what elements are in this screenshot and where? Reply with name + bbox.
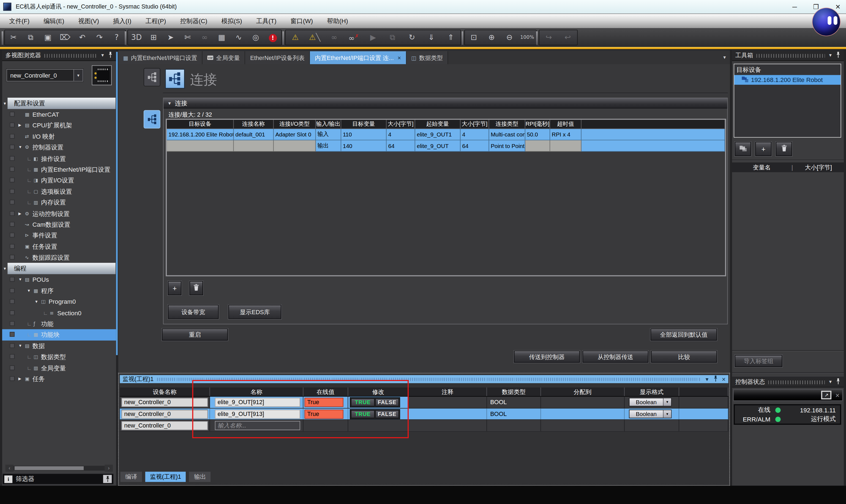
collapse-icon[interactable]: ▼ bbox=[167, 101, 172, 106]
bottom-tab-输出[interactable]: 输出 bbox=[189, 472, 211, 482]
explorer-horizontal-scrollbar[interactable]: ‹ › bbox=[5, 465, 113, 472]
compare-button[interactable]: 比较 bbox=[651, 351, 717, 363]
menu-插入(I)[interactable]: 插入(I) bbox=[106, 14, 138, 28]
sidebar-item-全局变量[interactable]: ∟▥全局变量 bbox=[2, 362, 116, 373]
minimize-icon[interactable]: ─ bbox=[792, 3, 797, 11]
collapse-icon[interactable]: ▼ bbox=[2, 102, 8, 105]
bottom-tab-编译[interactable]: 编译 bbox=[120, 472, 142, 482]
device-page-icon[interactable] bbox=[144, 68, 160, 86]
expanded-icon[interactable]: ▼ bbox=[18, 274, 22, 285]
menu-视图(V)[interactable]: 视图(V) bbox=[71, 14, 106, 28]
jump-back-icon[interactable]: ↩ bbox=[558, 30, 577, 46]
cell-comment[interactable] bbox=[409, 397, 487, 408]
connection-section-header[interactable]: ▼ 连接 bbox=[163, 98, 727, 108]
cell-大小[字节][interactable]: 4 bbox=[460, 129, 489, 140]
collapsed-icon[interactable]: ▶ bbox=[18, 120, 21, 131]
drag-grip[interactable] bbox=[756, 54, 825, 58]
sidebar-item-数据[interactable]: ▼▤数据 bbox=[2, 340, 116, 351]
drag-grip[interactable] bbox=[44, 54, 97, 58]
fit-zoom-icon[interactable]: ⊡ bbox=[465, 30, 483, 46]
edit-pointer-icon[interactable]: ➤ bbox=[162, 30, 179, 46]
restart-button[interactable]: 重启 bbox=[162, 329, 228, 341]
connection-row[interactable]: 输出14064elite_9_OUT64Point to Point c bbox=[167, 140, 725, 151]
sidebar-item-操作设置[interactable]: ∟◧操作设置 bbox=[2, 153, 116, 164]
collapse-icon[interactable]: ▼ bbox=[2, 267, 8, 271]
column-注释[interactable]: 注释 bbox=[409, 388, 487, 396]
cell-assigned[interactable] bbox=[541, 408, 625, 419]
warning-online-icon[interactable]: ⚠ bbox=[286, 30, 305, 46]
chevron-down-icon[interactable]: ▼ bbox=[705, 376, 709, 382]
cell-连接名称[interactable] bbox=[234, 140, 274, 151]
cell-连接类型[interactable]: Multi-cast conn bbox=[489, 129, 525, 140]
import-tag-set-button[interactable]: 导入标签组 bbox=[735, 355, 782, 367]
menu-控制器(C)[interactable]: 控制器(C) bbox=[173, 14, 214, 28]
transfer-from-controller-button[interactable]: 从控制器传送 bbox=[583, 351, 648, 363]
controller-select[interactable]: new_Controller_0 ▼ bbox=[6, 69, 83, 82]
menu-模拟(S)[interactable]: 模拟(S) bbox=[214, 14, 249, 28]
connection-page-icon[interactable] bbox=[144, 110, 160, 128]
column-输入/输出[interactable]: 输入/输出 bbox=[316, 120, 341, 128]
collapsed-icon[interactable]: ▶ bbox=[18, 373, 21, 384]
chevron-down-icon[interactable]: ▼ bbox=[828, 53, 832, 58]
column-数据类型[interactable]: 数据类型 bbox=[487, 388, 541, 396]
column-RPI[毫秒][interactable]: RPI[毫秒] bbox=[525, 120, 550, 128]
column-连接I/O类型[interactable]: 连接I/O类型 bbox=[274, 120, 316, 128]
scrollbar-thumb[interactable] bbox=[15, 466, 84, 470]
sidebar-item-事件设置[interactable]: ⊳事件设置 bbox=[2, 230, 116, 241]
redo-icon[interactable]: ↷ bbox=[91, 30, 108, 46]
chevron-down-icon[interactable]: ▼ bbox=[828, 379, 832, 384]
sidebar-item-选项板设置[interactable]: ∟▢选项板设置 bbox=[2, 186, 116, 197]
restore-defaults-button[interactable]: 全部返回到默认值 bbox=[651, 329, 717, 341]
pin-icon[interactable] bbox=[108, 51, 113, 59]
upload-from-controller-icon[interactable]: ⇑ bbox=[441, 30, 461, 46]
view-3d-icon[interactable]: 3D bbox=[128, 30, 145, 46]
add-connection-button[interactable]: + bbox=[168, 281, 181, 295]
watch-glasses-icon[interactable]: ∞ bbox=[196, 30, 213, 46]
cell-RPI[毫秒][interactable] bbox=[525, 140, 550, 151]
delete-connection-button[interactable] bbox=[190, 281, 203, 295]
close-icon[interactable]: × bbox=[835, 391, 840, 399]
menu-窗口(W)[interactable]: 窗口(W) bbox=[283, 14, 320, 28]
sidebar-item-内置EtherNet/IP端口设置[interactable]: ∟▦内置EtherNet/IP端口设置 bbox=[2, 164, 116, 175]
scroll-right-icon[interactable]: › bbox=[105, 465, 113, 472]
close-icon[interactable]: ✕ bbox=[835, 3, 841, 11]
restore-icon[interactable]: ❐ bbox=[813, 3, 819, 11]
expanded-icon[interactable]: ▼ bbox=[18, 340, 22, 351]
error-list-icon[interactable]: ! bbox=[264, 30, 281, 46]
expand-icon[interactable]: ↗ bbox=[822, 391, 832, 399]
display-format-select[interactable]: Boolean▼ bbox=[629, 398, 671, 406]
cell-目标设备[interactable]: 192.168.1.200 Elite Robot bbox=[167, 129, 234, 140]
cell-连接名称[interactable]: default_001 bbox=[234, 129, 274, 140]
column-分配到[interactable]: 分配到 bbox=[541, 388, 625, 396]
zoom-out-icon[interactable]: ⊖ bbox=[500, 30, 518, 46]
transfer-to-controller-button[interactable]: 传送到控制器 bbox=[514, 351, 580, 363]
menu-文件(F)[interactable]: 文件(F) bbox=[2, 14, 37, 28]
delete-icon[interactable]: ⌦ bbox=[56, 30, 73, 46]
cell-起始变量[interactable]: elite_9_OUT1 bbox=[415, 129, 461, 140]
cell-连接I/O类型[interactable] bbox=[274, 140, 316, 151]
monitor-glasses-icon[interactable]: ∞ bbox=[324, 30, 344, 46]
menu-工程(P)[interactable]: 工程(P) bbox=[138, 14, 173, 28]
column-起始变量[interactable]: 起始变量 bbox=[415, 120, 461, 128]
column-超时值[interactable]: 超时值 bbox=[550, 120, 582, 128]
delete-device-button[interactable] bbox=[776, 142, 792, 156]
display-format-select[interactable]: Boolean▼ bbox=[629, 410, 671, 418]
sidebar-item-功能[interactable]: ∟ƒ功能 bbox=[2, 318, 116, 329]
chevron-down-icon[interactable]: ▼ bbox=[663, 398, 671, 406]
tab-内置EtherNet/IP端口设置 连...[interactable]: 内置EtherNet/IP端口设置 连...× bbox=[310, 51, 406, 64]
window-layout-icon[interactable]: ⊞ bbox=[145, 30, 162, 46]
connection-row[interactable]: 192.168.1.200 Elite Robotdefault_001Adap… bbox=[167, 129, 725, 140]
cell-起始变量[interactable]: elite_9_OUT bbox=[415, 140, 461, 151]
sidebar-item-内置I/O设置[interactable]: ∟◨内置I/O设置 bbox=[2, 175, 116, 186]
sidebar-item-POUs[interactable]: ▼▤POUs bbox=[2, 274, 116, 285]
tree-section-编程[interactable]: ▼编程 bbox=[2, 263, 116, 274]
paste-icon[interactable]: ▣ bbox=[39, 30, 56, 46]
watch-table-icon[interactable]: ▦ bbox=[213, 30, 230, 46]
program-transfer-icon[interactable]: ⧉ bbox=[383, 30, 402, 46]
branch-cut-icon[interactable]: ✄ bbox=[179, 30, 196, 46]
column-目标变量[interactable]: 目标变量 bbox=[341, 120, 387, 128]
tab-EtherNet/IP设备列表[interactable]: EtherNet/IP设备列表 bbox=[245, 51, 310, 64]
cell-输入/输出[interactable]: 输出 bbox=[316, 140, 341, 151]
cell-超时值[interactable] bbox=[550, 140, 582, 151]
sidebar-item-I/O 映射[interactable]: ⇄I/O 映射 bbox=[2, 131, 116, 142]
